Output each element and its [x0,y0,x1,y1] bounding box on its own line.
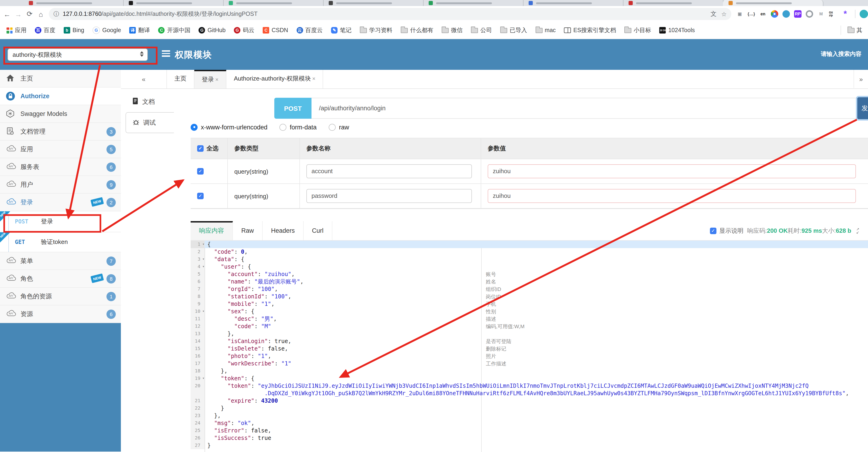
translate-icon[interactable]: 文 [711,10,717,18]
bookmark-item[interactable]: ES搜索引擎文档 [564,26,616,34]
bookmark-item[interactable]: 应用 [6,26,27,34]
tabs-collapse-button[interactable]: « [121,70,167,88]
param-value-input[interactable]: zuihou [488,164,856,178]
sidebar-item-Authorize[interactable]: Authorize [0,87,121,105]
bookmark-star-icon[interactable]: ☆ [721,10,727,18]
sidebar-item-菜单[interactable]: API菜单7 [0,252,121,270]
sidebar-item-文档管理[interactable]: 文档管理3 [0,123,121,141]
fold-icon[interactable]: ▾ [202,308,205,315]
browser-tab[interactable] [623,0,723,6]
qr-extension-icon[interactable]: ▣ [736,10,743,18]
bookmarks-overflow[interactable]: 其 [840,26,862,35]
module-select[interactable]: authority-权限模块 [7,49,148,61]
bookmark-item[interactable]: 10 241024Tools [659,27,695,33]
bookmark-item[interactable]: mac [535,27,556,33]
browser-tab[interactable] [223,0,323,6]
bookmark-item[interactable]: 已导入 [500,26,527,34]
response-code-editor[interactable]: 1▾{2 "code": 0,3▾ "data": {4▾ "user": {5… [191,241,868,452]
sidebar-item-服务表[interactable]: API服务表6 [0,158,121,176]
sidebar-item-Swagger Models[interactable]: Swagger Models [0,105,121,123]
bookmark-item[interactable]: bBing [64,27,84,33]
bookmark-item[interactable]: CCSDN [263,27,288,33]
bookmark-item[interactable]: GGitHub [199,27,226,33]
bookmark-item[interactable]: 云百度云 [297,26,323,34]
json-braces-extension-icon[interactable]: {…} [748,10,755,18]
send-button[interactable]: 发 [857,97,868,119]
show-description-checkbox[interactable]: ✓显示说明 [710,226,743,235]
browser-tab-strip[interactable] [0,0,868,6]
body-type-radio-form-data[interactable]: form-data [280,123,329,131]
sidebar-item-用户[interactable]: API用户9 [0,176,121,194]
sidebar-item-角色的资源[interactable]: API角色的资源1 [0,288,121,305]
param-checkbox[interactable]: ✓ [197,193,204,199]
bookmark-item[interactable]: G码云 [234,26,254,34]
bookmark-item[interactable]: 公司 [471,26,492,34]
chrome-extension-icon[interactable] [771,10,778,18]
menu-icon[interactable] [162,50,170,58]
browser-tab[interactable] [723,0,824,6]
sidebar-item-主页[interactable]: 主页 [0,70,121,87]
workspace-tab-登录[interactable]: 登录× [194,70,226,88]
sidebar-item-应用[interactable]: API应用5 [0,141,121,158]
response-tab-Headers[interactable]: Headers [263,221,304,240]
fold-icon[interactable]: ▾ [202,256,205,263]
tab-调试[interactable]: 调试 [126,112,174,133]
select-all-checkbox[interactable]: ✓ [197,145,204,152]
en-translate-extension-icon[interactable]: en [759,10,767,18]
globe-extension-icon[interactable] [782,10,790,18]
forward-icon[interactable]: → [14,10,23,18]
sidebar-endpoint-post[interactable]: NEWPOST登录 [0,211,121,232]
bookmark-item[interactable]: ✎笔记 [331,26,351,34]
param-value-input[interactable]: zuihou [488,189,856,203]
sidebar-endpoint-get[interactable]: NEWGET验证token [0,232,121,252]
ring-extension-icon[interactable] [806,10,813,18]
reload-icon[interactable]: ⟳ [25,10,34,18]
bookmark-item[interactable]: C开源中国 [158,26,190,34]
close-icon[interactable]: × [215,76,218,83]
response-tab-响应内容[interactable]: 响应内容 [191,221,233,240]
bookmark-item[interactable]: GGoogle [93,27,121,34]
browser-tab[interactable] [523,0,623,6]
fold-icon[interactable]: ▾ [202,375,205,382]
rp-extension-icon[interactable]: RP [794,10,802,18]
sidebar-item-角色[interactable]: API角色NEW8 [0,270,121,288]
tabs-expand-button[interactable]: » [854,70,868,88]
bookmark-item[interactable]: 什么都有 [401,26,433,34]
browser-tab[interactable] [423,0,524,6]
response-tab-Curl[interactable]: Curl [304,221,333,240]
address-bar[interactable]: ⓘ 127.0.0.1:8760/api/gate/doc.html#/auth… [49,8,731,20]
back-icon[interactable]: ← [3,10,11,18]
request-path-input[interactable]: /api/authority/anno/login [311,98,868,119]
gitzip-extension-icon[interactable]: Git zip [829,10,837,18]
bookmark-item[interactable]: 学习资料 [360,26,393,34]
browser-tab[interactable] [323,0,424,6]
fold-icon[interactable]: ▾ [202,241,205,248]
workspace-tab-主页[interactable]: 主页 [167,70,194,88]
param-name-input[interactable]: account [306,164,472,178]
body-type-radio-x-www-form-urlencoded[interactable]: x-www-form-urlencoded [191,123,280,131]
workspace-tab-Authorize-authority-权限模块[interactable]: Authorize-authority-权限模块× [226,70,323,88]
m-extension-icon[interactable]: M [817,10,825,18]
bookmark-item[interactable]: 微信 [442,26,463,34]
field-description: 编码,可用值:W,M [486,322,524,330]
bookmark-item[interactable]: 译翻译 [129,26,150,34]
response-tab-Raw[interactable]: Raw [233,221,263,240]
sidebar-item-资源[interactable]: API资源6 [0,305,121,323]
search-input[interactable]: 请输入搜索内容 [821,50,862,58]
sidebar-item-登录[interactable]: API登录NEW2 [0,194,121,211]
browser-tab[interactable] [123,0,224,6]
bookmark-item[interactable]: 百百度 [35,26,55,34]
avatar-icon[interactable] [860,10,868,18]
body-type-radio-raw[interactable]: raw [329,123,361,131]
asterisk-extension-icon[interactable]: * [841,10,849,18]
home-icon[interactable]: ⌂ [37,10,45,18]
close-icon[interactable]: × [312,76,315,82]
expand-icon[interactable]: ↗↙ [855,227,861,234]
param-name-input[interactable]: password [306,189,472,203]
browser-tab[interactable] [23,0,124,6]
fold-icon[interactable]: ▾ [202,263,205,271]
tab-文档[interactable]: 文档 [126,91,172,112]
bookmark-item[interactable]: 小目标 [624,26,651,34]
param-checkbox[interactable]: ✓ [197,168,204,175]
site-info-icon[interactable]: ⓘ [54,10,59,18]
